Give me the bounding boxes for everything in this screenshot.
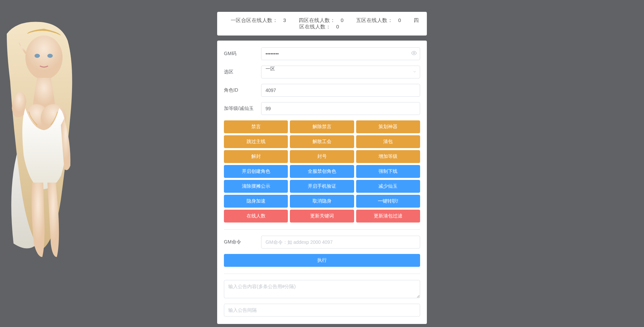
role-id-label: 角色ID bbox=[224, 87, 261, 93]
update-clearbag-filter-button[interactable]: 更新清包过滤 bbox=[356, 210, 420, 223]
unmute-button[interactable]: 解除禁言 bbox=[290, 120, 354, 133]
announcement-content-input[interactable] bbox=[224, 280, 420, 298]
eye-icon[interactable] bbox=[411, 50, 417, 57]
clear-stall-button[interactable]: 清除摆摊公示 bbox=[224, 180, 288, 193]
svg-point-4 bbox=[41, 104, 66, 133]
level-input[interactable] bbox=[261, 102, 420, 115]
svg-point-0 bbox=[25, 36, 63, 79]
add-level-button[interactable]: 增加等级 bbox=[356, 150, 420, 163]
divider bbox=[224, 229, 420, 230]
disable-create-role-button[interactable]: 全服禁创角色 bbox=[290, 165, 354, 178]
level-label: 加等级/减仙玉 bbox=[224, 106, 261, 112]
ban-button[interactable]: 封号 bbox=[290, 150, 354, 163]
svg-point-1 bbox=[34, 54, 40, 58]
disband-guild-button[interactable]: 解散工会 bbox=[290, 135, 354, 148]
skip-main-button[interactable]: 跳过主线 bbox=[224, 135, 288, 148]
gm-command-label: GM命令 bbox=[224, 239, 261, 245]
enable-create-role-button[interactable]: 开启创建角色 bbox=[224, 165, 288, 178]
stealth-speed-button[interactable]: 隐身加速 bbox=[224, 195, 288, 208]
cancel-stealth-button[interactable]: 取消隐身 bbox=[290, 195, 354, 208]
execute-button[interactable]: 执行 bbox=[224, 254, 420, 267]
unban-button[interactable]: 解封 bbox=[224, 150, 288, 163]
update-keywords-button[interactable]: 更新关键词 bbox=[290, 210, 354, 223]
planner-artifact-button[interactable]: 策划神器 bbox=[356, 120, 420, 133]
svg-point-2 bbox=[47, 54, 53, 58]
svg-point-3 bbox=[24, 104, 49, 133]
change-class-button[interactable]: 一键转职! bbox=[356, 195, 420, 208]
force-offline-button[interactable]: 强制下线 bbox=[356, 165, 420, 178]
reduce-jade-button[interactable]: 减少仙玉 bbox=[356, 180, 420, 193]
zone-select[interactable]: 一区 bbox=[261, 66, 420, 78]
announcement-interval-input[interactable] bbox=[224, 304, 420, 317]
svg-point-5 bbox=[413, 52, 415, 54]
gm-code-label: GM码 bbox=[224, 51, 261, 57]
status-bar: 一区合区在线人数：3 四区在线人数：0 五区在线人数：0 四区在线人数：0 bbox=[217, 12, 427, 36]
divider bbox=[224, 274, 420, 274]
zone4a-status: 四区在线人数：0 bbox=[296, 17, 346, 23]
role-id-input[interactable] bbox=[261, 84, 420, 97]
mute-button[interactable]: 禁言 bbox=[224, 120, 288, 133]
enable-phone-verify-button[interactable]: 开启手机验证 bbox=[290, 180, 354, 193]
gm-code-input[interactable] bbox=[261, 47, 420, 60]
zone5-status: 五区在线人数：0 bbox=[353, 17, 404, 23]
zone-label: 选区 bbox=[224, 69, 261, 75]
gm-command-input[interactable] bbox=[261, 236, 420, 249]
main-panel: GM码 选区 一区 角色ID 加等级/减仙玉 bbox=[217, 41, 427, 324]
character-illustration bbox=[0, 14, 108, 264]
online-count-button[interactable]: 在线人数 bbox=[224, 210, 288, 223]
clear-bag-button[interactable]: 清包 bbox=[356, 135, 420, 148]
zone1-status: 一区合区在线人数：3 bbox=[228, 17, 289, 23]
